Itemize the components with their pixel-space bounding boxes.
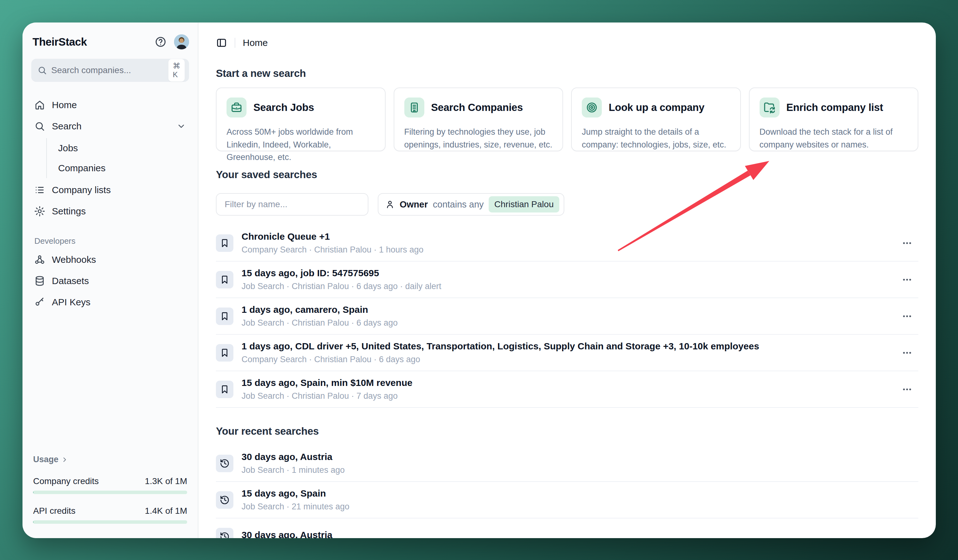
- webhook-icon: [34, 254, 45, 265]
- bookmark-icon: [216, 381, 233, 398]
- sidebar: TheirStack ⌘ K Home Search Jobs: [22, 22, 198, 538]
- bookmark-icon: [216, 308, 233, 325]
- history-icon: [216, 491, 233, 509]
- owner-filter[interactable]: Owner contains any Christian Palou: [378, 193, 564, 216]
- sidebar-item-label: Settings: [52, 206, 186, 217]
- sidebar-item-label: Jobs: [58, 143, 188, 154]
- sidebar-item-label: Home: [52, 100, 186, 110]
- recent-searches-list: 30 days ago, Austria Job Search · 1 minu…: [216, 445, 918, 538]
- saved-filters: Owner contains any Christian Palou: [216, 193, 918, 216]
- recent-search-meta: Job Search · 21 minutes ago: [241, 502, 918, 512]
- saved-search-row[interactable]: 15 days ago, job ID: 547575695 Job Searc…: [216, 262, 918, 298]
- ellipsis-menu-icon[interactable]: [898, 343, 917, 362]
- usage-panel: Usage Company credits 1.3K of 1M API cre…: [31, 455, 189, 524]
- recent-search-row[interactable]: 15 days ago, Spain Job Search · 21 minut…: [216, 482, 918, 519]
- card-title: Look up a company: [609, 102, 704, 113]
- ellipsis-menu-icon[interactable]: [898, 234, 917, 252]
- database-icon: [34, 276, 45, 286]
- search-input[interactable]: [47, 65, 168, 75]
- developers-nav: Webhooks Datasets API Keys: [31, 249, 189, 313]
- search-icon: [38, 66, 47, 75]
- sidebar-item-search[interactable]: Search: [31, 116, 189, 137]
- person-icon: [385, 200, 395, 209]
- ellipsis-menu-icon[interactable]: [898, 380, 917, 399]
- recent-search-row[interactable]: 30 days ago, Austria: [216, 519, 918, 538]
- list-icon: [34, 185, 45, 195]
- saved-search-row[interactable]: 1 days ago, camarero, Spain Job Search ·…: [216, 298, 918, 335]
- help-icon[interactable]: [155, 36, 167, 48]
- enrich-company-list-card[interactable]: Enrich company list Download the tech st…: [749, 87, 918, 151]
- ellipsis-menu-icon[interactable]: [898, 270, 917, 289]
- owner-filter-value-badge: Christian Palou: [489, 196, 559, 213]
- avatar[interactable]: [174, 34, 189, 49]
- progress-bar: [33, 491, 187, 494]
- sidebar-item-label: API Keys: [52, 297, 186, 308]
- sidebar-item-home[interactable]: Home: [31, 94, 189, 116]
- sidebar-search[interactable]: ⌘ K: [31, 59, 189, 82]
- search-jobs-card[interactable]: Search Jobs Across 50M+ jobs worldwide f…: [216, 87, 385, 151]
- folder-sync-icon: [760, 97, 780, 117]
- sidebar-toggle-icon[interactable]: [216, 37, 227, 48]
- chevron-down-icon: [176, 122, 186, 131]
- sidebar-item-companies[interactable]: Companies: [57, 158, 189, 178]
- saved-search-row[interactable]: Chronicle Queue +1 Company Search · Chri…: [216, 225, 918, 262]
- card-description: Across 50M+ jobs worldwide from Linkedin…: [227, 125, 375, 164]
- saved-search-title: Chronicle Queue +1: [241, 231, 890, 242]
- bookmark-icon: [216, 344, 233, 362]
- meter-value: 1.4K of 1M: [145, 506, 187, 516]
- sidebar-item-label: Company lists: [52, 185, 186, 195]
- sidebar-item-label: Datasets: [52, 276, 186, 286]
- company-credits-meter: Company credits 1.3K of 1M: [33, 476, 187, 494]
- sidebar-subnav: Jobs Companies: [46, 138, 189, 178]
- sidebar-item-label: Search: [52, 121, 170, 132]
- sidebar-item-webhooks[interactable]: Webhooks: [31, 249, 189, 270]
- card-title: Search Companies: [431, 102, 523, 113]
- sidebar-item-label: Companies: [58, 163, 188, 173]
- owner-filter-operator: contains any: [433, 199, 484, 210]
- sidebar-item-settings[interactable]: Settings: [31, 201, 189, 222]
- sidebar-item-label: Webhooks: [52, 254, 186, 265]
- key-icon: [34, 297, 45, 308]
- history-icon: [216, 455, 233, 472]
- saved-search-meta: Job Search · Christian Palou · 6 days ag…: [241, 318, 890, 328]
- sidebar-item-datasets[interactable]: Datasets: [31, 270, 189, 292]
- recent-search-meta: Job Search · 1 minutes ago: [241, 465, 918, 475]
- recent-search-row[interactable]: 30 days ago, Austria Job Search · 1 minu…: [216, 445, 918, 482]
- app-logo: TheirStack: [32, 36, 155, 48]
- saved-search-meta: Job Search · Christian Palou · 7 days ag…: [241, 391, 890, 401]
- start-cards: Search Jobs Across 50M+ jobs worldwide f…: [216, 87, 918, 151]
- divider: [235, 38, 235, 48]
- topbar: Home: [216, 36, 918, 49]
- recent-section-title: Your recent searches: [216, 425, 918, 437]
- filter-by-name-input[interactable]: [216, 193, 368, 216]
- sidebar-item-api-keys[interactable]: API Keys: [31, 292, 189, 313]
- history-icon: [216, 528, 233, 538]
- main-content: Home Start a new search Search Jobs Acro…: [198, 22, 936, 538]
- saved-search-meta: Company Search · Christian Palou · 6 day…: [241, 355, 890, 364]
- card-description: Download the tech stack for a list of co…: [760, 125, 908, 151]
- target-icon: [582, 97, 602, 117]
- saved-search-title: 1 days ago, camarero, Spain: [241, 305, 890, 315]
- developers-section-label: Developers: [34, 236, 189, 246]
- recent-search-title: 30 days ago, Austria: [241, 530, 918, 538]
- sidebar-nav: Home Search Jobs Companies Company lists: [31, 94, 189, 222]
- card-description: Filtering by technologies they use, job …: [404, 125, 553, 151]
- sidebar-item-company-lists[interactable]: Company lists: [31, 179, 189, 201]
- meter-label: API credits: [33, 506, 75, 516]
- search-icon: [34, 121, 45, 132]
- api-credits-meter: API credits 1.4K of 1M: [33, 506, 187, 524]
- saved-search-row[interactable]: 15 days ago, Spain, min $10M revenue Job…: [216, 371, 918, 408]
- progress-bar: [33, 520, 187, 524]
- ellipsis-menu-icon[interactable]: [898, 307, 917, 326]
- search-companies-card[interactable]: Search Companies Filtering by technologi…: [394, 87, 563, 151]
- keyboard-shortcut-badge: ⌘ K: [168, 59, 185, 82]
- sidebar-item-jobs[interactable]: Jobs: [57, 138, 189, 158]
- meter-label: Company credits: [33, 476, 99, 486]
- lookup-company-card[interactable]: Look up a company Jump straight to the d…: [571, 87, 741, 151]
- saved-search-row[interactable]: 1 days ago, CDL driver +5, United States…: [216, 335, 918, 371]
- recent-search-title: 15 days ago, Spain: [241, 488, 918, 499]
- usage-link[interactable]: Usage: [33, 455, 187, 464]
- saved-search-meta: Company Search · Christian Palou · 1 hou…: [241, 245, 890, 255]
- bookmark-icon: [216, 234, 233, 252]
- saved-search-title: 15 days ago, job ID: 547575695: [241, 268, 890, 278]
